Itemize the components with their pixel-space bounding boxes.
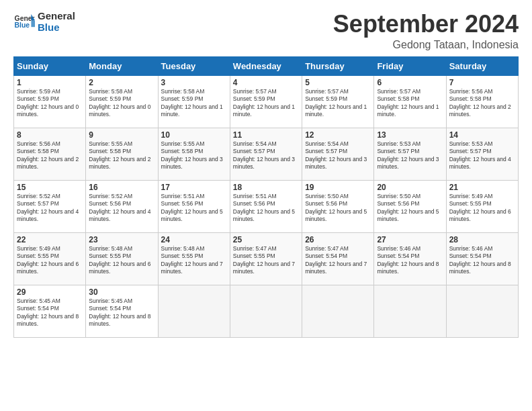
calendar-row: 8Sunrise: 5:56 AMSunset: 5:58 PMDaylight… xyxy=(14,128,519,180)
day-number: 16 xyxy=(89,183,154,192)
logo-text-line2: Blue xyxy=(38,22,75,34)
calendar-cell: 18Sunrise: 5:51 AMSunset: 5:56 PMDayligh… xyxy=(230,180,302,232)
day-info: Sunrise: 5:56 AMSunset: 5:58 PMDaylight:… xyxy=(449,88,515,119)
day-info: Sunrise: 5:50 AMSunset: 5:56 PMDaylight:… xyxy=(305,193,371,224)
day-number: 3 xyxy=(161,78,227,87)
day-number: 17 xyxy=(161,183,227,192)
calendar-cell xyxy=(302,285,374,337)
calendar-cell: 8Sunrise: 5:56 AMSunset: 5:58 PMDaylight… xyxy=(14,128,86,180)
calendar-cell: 14Sunrise: 5:53 AMSunset: 5:57 PMDayligh… xyxy=(446,128,518,180)
day-number: 6 xyxy=(377,78,443,87)
day-number: 9 xyxy=(89,130,154,140)
day-info: Sunrise: 5:53 AMSunset: 5:57 PMDaylight:… xyxy=(377,140,443,171)
calendar-cell: 10Sunrise: 5:55 AMSunset: 5:58 PMDayligh… xyxy=(158,128,230,180)
month-title: September 2024 xyxy=(333,11,519,38)
day-info: Sunrise: 5:57 AMSunset: 5:59 PMDaylight:… xyxy=(305,88,371,119)
calendar-cell: 23Sunrise: 5:48 AMSunset: 5:55 PMDayligh… xyxy=(86,232,158,285)
calendar-cell xyxy=(446,285,518,337)
calendar-cell: 15Sunrise: 5:52 AMSunset: 5:57 PMDayligh… xyxy=(14,180,86,232)
day-info: Sunrise: 5:49 AMSunset: 5:55 PMDaylight:… xyxy=(17,245,83,276)
day-info: Sunrise: 5:51 AMSunset: 5:56 PMDaylight:… xyxy=(233,193,299,224)
calendar-header-row: SundayMondayTuesdayWednesdayThursdayFrid… xyxy=(14,56,519,75)
calendar-cell: 16Sunrise: 5:52 AMSunset: 5:56 PMDayligh… xyxy=(86,180,158,232)
day-info: Sunrise: 5:50 AMSunset: 5:56 PMDaylight:… xyxy=(377,193,443,224)
calendar-cell: 26Sunrise: 5:47 AMSunset: 5:54 PMDayligh… xyxy=(302,232,374,285)
calendar-cell: 24Sunrise: 5:48 AMSunset: 5:55 PMDayligh… xyxy=(158,232,230,285)
day-info: Sunrise: 5:56 AMSunset: 5:58 PMDaylight:… xyxy=(17,140,83,171)
day-info: Sunrise: 5:45 AMSunset: 5:54 PMDaylight:… xyxy=(17,298,83,328)
day-number: 2 xyxy=(89,78,154,87)
calendar-cell: 17Sunrise: 5:51 AMSunset: 5:56 PMDayligh… xyxy=(158,180,230,232)
calendar-cell: 1Sunrise: 5:59 AMSunset: 5:59 PMDaylight… xyxy=(14,75,86,128)
calendar-cell: 13Sunrise: 5:53 AMSunset: 5:57 PMDayligh… xyxy=(374,128,446,180)
header-sunday: Sunday xyxy=(14,56,86,75)
header-monday: Monday xyxy=(86,56,158,75)
calendar-cell: 5Sunrise: 5:57 AMSunset: 5:59 PMDaylight… xyxy=(302,75,374,128)
calendar-cell: 7Sunrise: 5:56 AMSunset: 5:58 PMDaylight… xyxy=(446,75,518,128)
logo: General Blue General Blue xyxy=(13,11,75,33)
header-saturday: Saturday xyxy=(446,56,518,75)
day-info: Sunrise: 5:59 AMSunset: 5:59 PMDaylight:… xyxy=(17,88,83,119)
day-number: 1 xyxy=(17,78,83,87)
day-number: 13 xyxy=(377,130,443,140)
calendar-cell: 21Sunrise: 5:49 AMSunset: 5:55 PMDayligh… xyxy=(446,180,518,232)
day-number: 11 xyxy=(233,130,299,140)
day-number: 4 xyxy=(233,78,299,87)
calendar-cell: 27Sunrise: 5:46 AMSunset: 5:54 PMDayligh… xyxy=(374,232,446,285)
header-friday: Friday xyxy=(374,56,446,75)
day-info: Sunrise: 5:57 AMSunset: 5:58 PMDaylight:… xyxy=(377,88,443,119)
calendar-row: 15Sunrise: 5:52 AMSunset: 5:57 PMDayligh… xyxy=(14,180,519,232)
calendar-cell: 9Sunrise: 5:55 AMSunset: 5:58 PMDaylight… xyxy=(86,128,158,180)
day-info: Sunrise: 5:52 AMSunset: 5:56 PMDaylight:… xyxy=(89,193,154,224)
svg-text:Blue: Blue xyxy=(15,21,30,29)
day-number: 24 xyxy=(161,235,227,244)
day-number: 10 xyxy=(161,130,227,140)
calendar-cell: 30Sunrise: 5:45 AMSunset: 5:54 PMDayligh… xyxy=(86,285,158,337)
day-number: 20 xyxy=(377,183,443,192)
calendar-cell: 6Sunrise: 5:57 AMSunset: 5:58 PMDaylight… xyxy=(374,75,446,128)
day-info: Sunrise: 5:45 AMSunset: 5:54 PMDaylight:… xyxy=(89,298,154,328)
logo-text-line1: General xyxy=(38,11,75,22)
day-info: Sunrise: 5:54 AMSunset: 5:57 PMDaylight:… xyxy=(233,140,299,171)
day-number: 27 xyxy=(377,235,443,244)
day-number: 12 xyxy=(305,130,371,140)
calendar-row: 29Sunrise: 5:45 AMSunset: 5:54 PMDayligh… xyxy=(14,285,519,337)
calendar-cell: 19Sunrise: 5:50 AMSunset: 5:56 PMDayligh… xyxy=(302,180,374,232)
day-info: Sunrise: 5:48 AMSunset: 5:55 PMDaylight:… xyxy=(89,245,154,276)
header-thursday: Thursday xyxy=(302,56,374,75)
calendar-cell xyxy=(230,285,302,337)
calendar-row: 1Sunrise: 5:59 AMSunset: 5:59 PMDaylight… xyxy=(14,75,519,128)
day-number: 8 xyxy=(17,130,83,140)
day-number: 21 xyxy=(449,183,515,192)
calendar-cell: 12Sunrise: 5:54 AMSunset: 5:57 PMDayligh… xyxy=(302,128,374,180)
title-area: September 2024 Gedong Tataan, Indonesia xyxy=(333,11,519,51)
day-number: 15 xyxy=(17,183,83,192)
day-info: Sunrise: 5:52 AMSunset: 5:57 PMDaylight:… xyxy=(17,193,83,224)
day-info: Sunrise: 5:57 AMSunset: 5:59 PMDaylight:… xyxy=(233,88,299,119)
calendar-cell: 3Sunrise: 5:58 AMSunset: 5:59 PMDaylight… xyxy=(158,75,230,128)
day-info: Sunrise: 5:47 AMSunset: 5:54 PMDaylight:… xyxy=(305,245,371,276)
day-number: 18 xyxy=(233,183,299,192)
day-number: 23 xyxy=(89,235,154,244)
calendar-cell: 4Sunrise: 5:57 AMSunset: 5:59 PMDaylight… xyxy=(230,75,302,128)
day-number: 25 xyxy=(233,235,299,244)
page-header: General Blue General Blue September 2024… xyxy=(13,11,519,51)
calendar-cell: 20Sunrise: 5:50 AMSunset: 5:56 PMDayligh… xyxy=(374,180,446,232)
day-info: Sunrise: 5:58 AMSunset: 5:59 PMDaylight:… xyxy=(161,88,227,119)
day-number: 26 xyxy=(305,235,371,244)
day-info: Sunrise: 5:46 AMSunset: 5:54 PMDaylight:… xyxy=(377,245,443,276)
day-number: 19 xyxy=(305,183,371,192)
day-number: 14 xyxy=(449,130,515,140)
day-info: Sunrise: 5:51 AMSunset: 5:56 PMDaylight:… xyxy=(161,193,227,224)
day-info: Sunrise: 5:55 AMSunset: 5:58 PMDaylight:… xyxy=(161,140,227,171)
day-info: Sunrise: 5:53 AMSunset: 5:57 PMDaylight:… xyxy=(449,140,515,171)
calendar-cell: 22Sunrise: 5:49 AMSunset: 5:55 PMDayligh… xyxy=(14,232,86,285)
day-info: Sunrise: 5:47 AMSunset: 5:55 PMDaylight:… xyxy=(233,245,299,276)
day-info: Sunrise: 5:48 AMSunset: 5:55 PMDaylight:… xyxy=(161,245,227,276)
calendar-cell: 2Sunrise: 5:58 AMSunset: 5:59 PMDaylight… xyxy=(86,75,158,128)
day-number: 7 xyxy=(449,78,515,87)
location-title: Gedong Tataan, Indonesia xyxy=(333,39,519,51)
header-wednesday: Wednesday xyxy=(230,56,302,75)
calendar-cell: 11Sunrise: 5:54 AMSunset: 5:57 PMDayligh… xyxy=(230,128,302,180)
calendar-cell xyxy=(374,285,446,337)
